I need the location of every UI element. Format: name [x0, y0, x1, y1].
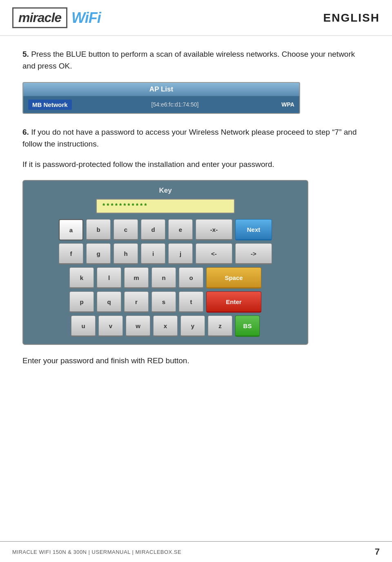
key-f[interactable]: f	[59, 243, 83, 264]
footer-copyright: MIRACLE WIFI 150N & 300N | USERMANUAL | …	[12, 549, 181, 555]
key-a[interactable]: a	[59, 219, 83, 240]
step5-block: 5. Press the BLUE button to perform a sc…	[22, 48, 370, 72]
key-z[interactable]: z	[208, 315, 232, 337]
ap-list-security: WPA	[281, 101, 294, 108]
keyboard-row-5: u v w x y z BS	[71, 315, 260, 337]
key-l[interactable]: l	[97, 267, 121, 289]
key-p[interactable]: p	[69, 291, 94, 313]
main-content: 5. Press the BLUE button to perform a sc…	[0, 36, 392, 394]
key-n[interactable]: n	[151, 267, 176, 289]
miracle-logo-text: miracle	[12, 7, 67, 28]
key-right[interactable]: ->	[235, 243, 272, 264]
step5-number: 5.	[22, 50, 29, 58]
step6-content-a: If you do not have a password to access …	[22, 128, 357, 148]
step6-block: 6. If you do not have a password to acce…	[22, 126, 370, 170]
keyboard-title: Key	[31, 187, 300, 195]
key-space[interactable]: Space	[206, 267, 261, 289]
key-u[interactable]: u	[71, 315, 96, 337]
wifi-logo-text: WiFi	[71, 9, 101, 27]
key-s[interactable]: s	[151, 291, 176, 313]
keyboard-rows: a b c d e -x- Next f g h i j <- -> k	[31, 219, 300, 337]
key-b[interactable]: b	[86, 219, 111, 240]
step6-number: 6.	[22, 128, 29, 136]
password-display: ***********	[96, 199, 235, 213]
logo-container: miracle WiFi	[12, 7, 101, 28]
key-d[interactable]: d	[141, 219, 165, 240]
key-g[interactable]: g	[86, 243, 111, 264]
key-y[interactable]: y	[180, 315, 205, 337]
key-j[interactable]: j	[168, 243, 193, 264]
key-k[interactable]: k	[69, 267, 94, 289]
key-enter[interactable]: Enter	[206, 291, 261, 313]
key-v[interactable]: v	[98, 315, 123, 337]
key-m[interactable]: m	[124, 267, 149, 289]
keyboard-container: Key *********** a b c d e -x- Next f g h…	[22, 180, 308, 345]
language-label: ENGLISH	[323, 11, 380, 24]
ap-list-network-name: MB Network	[28, 100, 72, 110]
key-h[interactable]: h	[114, 243, 138, 264]
ap-list-mac: [54:e6:fc:d1:74:50]	[151, 101, 199, 108]
key-del[interactable]: -x-	[196, 219, 232, 240]
step6-text-b: If it is password-protected follow the i…	[22, 158, 370, 170]
key-e[interactable]: e	[168, 219, 193, 240]
footer: MIRACLE WIFI 150N & 300N | USERMANUAL | …	[0, 541, 392, 562]
key-r[interactable]: r	[124, 291, 149, 313]
step6-text-a: 6. If you do not have a password to acce…	[22, 126, 370, 150]
key-left[interactable]: <-	[196, 243, 232, 264]
keyboard-row-1: a b c d e -x- Next	[59, 219, 272, 240]
step5-content: Press the BLUE button to perform a scan …	[22, 50, 355, 70]
key-x[interactable]: x	[153, 315, 178, 337]
key-w[interactable]: w	[126, 315, 150, 337]
keyboard-row-3: k l m n o Space	[69, 267, 261, 289]
step5-text: 5. Press the BLUE button to perform a sc…	[22, 48, 370, 72]
key-t[interactable]: t	[179, 291, 203, 313]
key-q[interactable]: q	[97, 291, 121, 313]
key-next[interactable]: Next	[235, 219, 272, 240]
enter-password-instruction: Enter your password and finish with RED …	[22, 356, 370, 365]
keyboard-row-4: p q r s t Enter	[69, 291, 261, 313]
key-i[interactable]: i	[141, 243, 165, 264]
key-c[interactable]: c	[114, 219, 138, 240]
key-o[interactable]: o	[179, 267, 203, 289]
ap-list-row: MB Network [54:e6:fc:d1:74:50] WPA	[23, 96, 299, 113]
header: miracle WiFi ENGLISH	[0, 0, 392, 36]
keyboard-row-2: f g h i j <- ->	[59, 243, 272, 264]
ap-list-image: AP List MB Network [54:e6:fc:d1:74:50] W…	[22, 82, 300, 114]
ap-list-title: AP List	[23, 83, 299, 96]
key-bs[interactable]: BS	[235, 315, 260, 337]
footer-page-number: 7	[375, 546, 380, 557]
